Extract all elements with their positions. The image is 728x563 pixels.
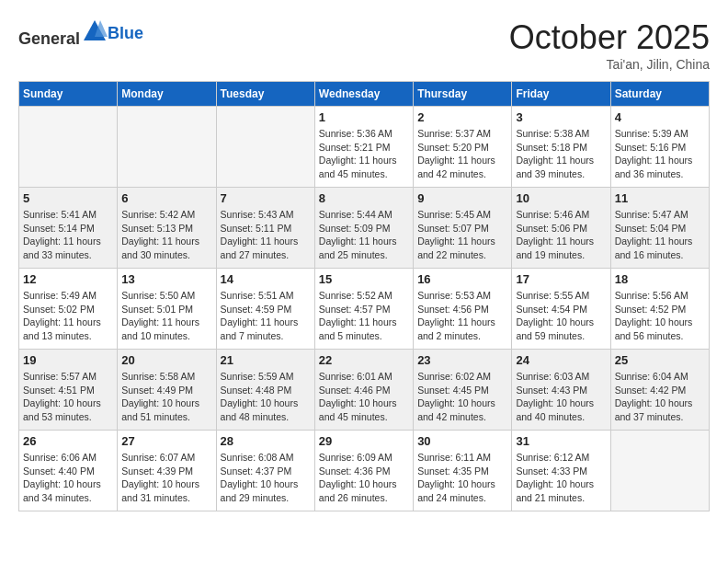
page-header: General Blue October 2025 Tai'an, Jilin,… <box>18 18 710 72</box>
day-number: 13 <box>121 272 211 286</box>
calendar-cell: 11Sunrise: 5:47 AM Sunset: 5:04 PM Dayli… <box>610 188 709 269</box>
day-info: Sunrise: 6:08 AM Sunset: 4:37 PM Dayligh… <box>221 451 311 505</box>
calendar-cell: 27Sunrise: 6:07 AM Sunset: 4:39 PM Dayli… <box>118 431 216 511</box>
day-info: Sunrise: 5:56 AM Sunset: 4:52 PM Dayligh… <box>615 289 705 343</box>
day-info: Sunrise: 5:38 AM Sunset: 5:18 PM Dayligh… <box>516 127 606 181</box>
calendar-cell: 29Sunrise: 6:09 AM Sunset: 4:36 PM Dayli… <box>314 431 413 511</box>
day-number: 22 <box>319 353 409 367</box>
day-info: Sunrise: 5:41 AM Sunset: 5:14 PM Dayligh… <box>23 208 113 262</box>
day-number: 30 <box>417 434 507 448</box>
calendar-cell: 3Sunrise: 5:38 AM Sunset: 5:18 PM Daylig… <box>512 107 610 188</box>
logo-icon <box>82 18 108 44</box>
logo: General Blue <box>18 18 143 49</box>
calendar-header-row: SundayMondayTuesdayWednesdayThursdayFrid… <box>19 82 710 107</box>
day-info: Sunrise: 5:49 AM Sunset: 5:02 PM Dayligh… <box>23 289 113 343</box>
day-info: Sunrise: 6:07 AM Sunset: 4:39 PM Dayligh… <box>121 451 211 505</box>
day-info: Sunrise: 6:12 AM Sunset: 4:33 PM Dayligh… <box>516 451 606 505</box>
day-info: Sunrise: 5:46 AM Sunset: 5:06 PM Dayligh… <box>516 208 606 262</box>
day-info: Sunrise: 5:52 AM Sunset: 4:57 PM Dayligh… <box>319 289 409 343</box>
calendar-cell: 7Sunrise: 5:43 AM Sunset: 5:11 PM Daylig… <box>216 188 314 269</box>
day-info: Sunrise: 5:42 AM Sunset: 5:13 PM Dayligh… <box>121 208 211 262</box>
calendar-header-tuesday: Tuesday <box>216 82 314 107</box>
day-number: 29 <box>319 434 409 448</box>
day-info: Sunrise: 5:39 AM Sunset: 5:16 PM Dayligh… <box>615 127 705 181</box>
calendar-header-monday: Monday <box>118 82 216 107</box>
day-info: Sunrise: 5:44 AM Sunset: 5:09 PM Dayligh… <box>319 208 409 262</box>
calendar-cell: 28Sunrise: 6:08 AM Sunset: 4:37 PM Dayli… <box>216 431 314 511</box>
day-info: Sunrise: 6:09 AM Sunset: 4:36 PM Dayligh… <box>319 451 409 505</box>
day-info: Sunrise: 6:04 AM Sunset: 4:42 PM Dayligh… <box>615 370 705 424</box>
day-info: Sunrise: 5:43 AM Sunset: 5:11 PM Dayligh… <box>221 208 311 262</box>
day-number: 16 <box>417 272 507 286</box>
calendar-cell: 21Sunrise: 5:59 AM Sunset: 4:48 PM Dayli… <box>216 350 314 431</box>
calendar-cell: 18Sunrise: 5:56 AM Sunset: 4:52 PM Dayli… <box>610 269 709 350</box>
calendar-cell: 9Sunrise: 5:45 AM Sunset: 5:07 PM Daylig… <box>414 188 512 269</box>
calendar-cell <box>216 107 314 188</box>
calendar-week-row: 19Sunrise: 5:57 AM Sunset: 4:51 PM Dayli… <box>19 350 710 431</box>
calendar-cell: 31Sunrise: 6:12 AM Sunset: 4:33 PM Dayli… <box>512 431 610 511</box>
calendar-header-thursday: Thursday <box>414 82 512 107</box>
day-number: 17 <box>516 272 606 286</box>
calendar-cell <box>118 107 216 188</box>
day-info: Sunrise: 5:37 AM Sunset: 5:20 PM Dayligh… <box>417 127 507 181</box>
calendar-header-friday: Friday <box>512 82 610 107</box>
day-info: Sunrise: 5:53 AM Sunset: 4:56 PM Dayligh… <box>417 289 507 343</box>
calendar-cell: 19Sunrise: 5:57 AM Sunset: 4:51 PM Dayli… <box>19 350 118 431</box>
day-info: Sunrise: 6:11 AM Sunset: 4:35 PM Dayligh… <box>417 451 507 505</box>
calendar-week-row: 1Sunrise: 5:36 AM Sunset: 5:21 PM Daylig… <box>19 107 710 188</box>
day-number: 14 <box>221 272 311 286</box>
calendar-cell: 1Sunrise: 5:36 AM Sunset: 5:21 PM Daylig… <box>314 107 413 188</box>
location-subtitle: Tai'an, Jilin, China <box>509 57 710 72</box>
day-number: 6 <box>121 191 211 205</box>
day-info: Sunrise: 5:55 AM Sunset: 4:54 PM Dayligh… <box>516 289 606 343</box>
logo-general: General <box>18 29 80 48</box>
day-number: 9 <box>417 191 507 205</box>
day-number: 5 <box>23 191 113 205</box>
day-info: Sunrise: 6:06 AM Sunset: 4:40 PM Dayligh… <box>23 451 113 505</box>
day-number: 24 <box>516 353 606 367</box>
calendar-header-wednesday: Wednesday <box>314 82 413 107</box>
calendar-cell: 2Sunrise: 5:37 AM Sunset: 5:20 PM Daylig… <box>414 107 512 188</box>
day-number: 19 <box>23 353 113 367</box>
calendar-table: SundayMondayTuesdayWednesdayThursdayFrid… <box>18 81 710 511</box>
day-info: Sunrise: 5:59 AM Sunset: 4:48 PM Dayligh… <box>221 370 311 424</box>
day-info: Sunrise: 5:45 AM Sunset: 5:07 PM Dayligh… <box>417 208 507 262</box>
calendar-cell: 14Sunrise: 5:51 AM Sunset: 4:59 PM Dayli… <box>216 269 314 350</box>
day-number: 4 <box>615 110 705 124</box>
calendar-week-row: 5Sunrise: 5:41 AM Sunset: 5:14 PM Daylig… <box>19 188 710 269</box>
calendar-cell: 13Sunrise: 5:50 AM Sunset: 5:01 PM Dayli… <box>118 269 216 350</box>
calendar-cell: 17Sunrise: 5:55 AM Sunset: 4:54 PM Dayli… <box>512 269 610 350</box>
calendar-cell: 16Sunrise: 5:53 AM Sunset: 4:56 PM Dayli… <box>414 269 512 350</box>
day-info: Sunrise: 5:47 AM Sunset: 5:04 PM Dayligh… <box>615 208 705 262</box>
day-number: 12 <box>23 272 113 286</box>
day-number: 18 <box>615 272 705 286</box>
calendar-cell: 23Sunrise: 6:02 AM Sunset: 4:45 PM Dayli… <box>414 350 512 431</box>
day-number: 3 <box>516 110 606 124</box>
day-number: 20 <box>121 353 211 367</box>
day-info: Sunrise: 6:02 AM Sunset: 4:45 PM Dayligh… <box>417 370 507 424</box>
day-number: 28 <box>221 434 311 448</box>
calendar-cell: 4Sunrise: 5:39 AM Sunset: 5:16 PM Daylig… <box>610 107 709 188</box>
calendar-week-row: 26Sunrise: 6:06 AM Sunset: 4:40 PM Dayli… <box>19 431 710 511</box>
day-number: 31 <box>516 434 606 448</box>
title-block: October 2025 Tai'an, Jilin, China <box>509 18 710 72</box>
day-info: Sunrise: 5:57 AM Sunset: 4:51 PM Dayligh… <box>23 370 113 424</box>
day-number: 8 <box>319 191 409 205</box>
day-number: 2 <box>417 110 507 124</box>
calendar-cell <box>19 107 118 188</box>
calendar-cell: 12Sunrise: 5:49 AM Sunset: 5:02 PM Dayli… <box>19 269 118 350</box>
calendar-cell: 8Sunrise: 5:44 AM Sunset: 5:09 PM Daylig… <box>314 188 413 269</box>
calendar-cell: 6Sunrise: 5:42 AM Sunset: 5:13 PM Daylig… <box>118 188 216 269</box>
day-info: Sunrise: 5:51 AM Sunset: 4:59 PM Dayligh… <box>221 289 311 343</box>
calendar-week-row: 12Sunrise: 5:49 AM Sunset: 5:02 PM Dayli… <box>19 269 710 350</box>
day-info: Sunrise: 6:01 AM Sunset: 4:46 PM Dayligh… <box>319 370 409 424</box>
calendar-cell: 15Sunrise: 5:52 AM Sunset: 4:57 PM Dayli… <box>314 269 413 350</box>
day-info: Sunrise: 5:58 AM Sunset: 4:49 PM Dayligh… <box>121 370 211 424</box>
month-title: October 2025 <box>509 18 710 57</box>
logo-blue: Blue <box>108 24 143 43</box>
day-number: 21 <box>221 353 311 367</box>
calendar-header-saturday: Saturday <box>610 82 709 107</box>
calendar-cell: 5Sunrise: 5:41 AM Sunset: 5:14 PM Daylig… <box>19 188 118 269</box>
calendar-header-sunday: Sunday <box>19 82 118 107</box>
calendar-cell: 30Sunrise: 6:11 AM Sunset: 4:35 PM Dayli… <box>414 431 512 511</box>
